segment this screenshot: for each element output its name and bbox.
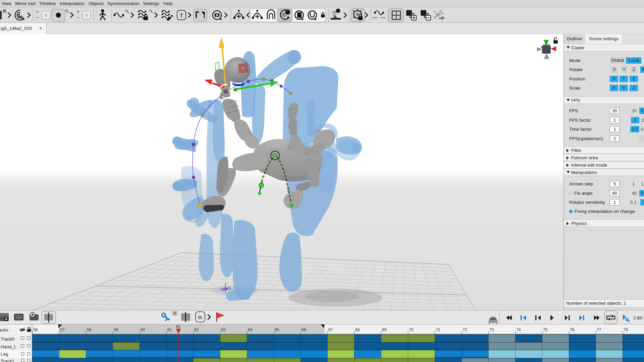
- svg-text:+P: +P: [439, 16, 444, 21]
- svg-text:0: 0: [45, 13, 47, 18]
- svg-text:2.60 s: 2.60 s: [633, 315, 644, 320]
- svg-text:IK: IK: [198, 314, 203, 320]
- svg-text:0: 0: [86, 13, 88, 18]
- svg-text:L: L: [22, 16, 24, 21]
- svg-text:T: T: [180, 13, 183, 19]
- svg-text:R: R: [3, 9, 6, 13]
- svg-text:A: A: [174, 311, 176, 315]
